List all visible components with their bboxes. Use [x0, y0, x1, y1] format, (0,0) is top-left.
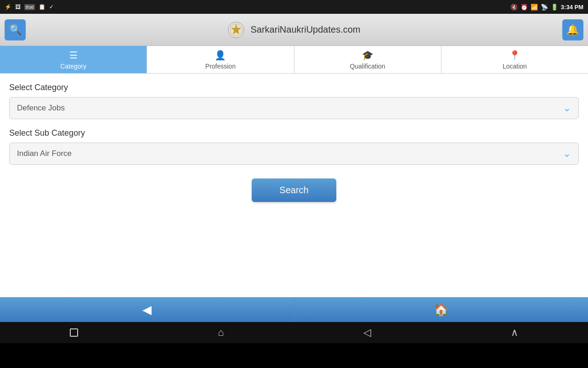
category-dropdown[interactable]: Defence Jobs ⌄ — [9, 97, 579, 119]
tab-qualification[interactable]: 🎓 Qualification — [294, 46, 441, 73]
android-home-icon: ⌂ — [218, 327, 224, 339]
android-home-button[interactable]: ⌂ — [218, 327, 224, 339]
header-search-button[interactable]: 🔍 — [5, 19, 26, 40]
true-badge: true — [24, 4, 35, 10]
alarm-icon: ⏰ — [520, 4, 528, 11]
sub-category-dropdown[interactable]: Indian Air Force ⌄ — [9, 143, 579, 165]
category-dropdown-value: Defence Jobs — [17, 104, 563, 113]
tab-qualification-label: Qualification — [350, 63, 385, 70]
search-button[interactable]: Search — [252, 178, 336, 202]
status-right-icons: 🔇 ⏰ 📶 📡 🔋 3:34 PM — [510, 4, 583, 11]
select-category-label: Select Category — [9, 83, 579, 92]
home-icon: 🏠 — [434, 303, 448, 317]
android-recent-button[interactable] — [70, 328, 78, 337]
svg-point-3 — [235, 30, 237, 33]
category-icon: ☰ — [69, 50, 78, 61]
check-icon: ✓ — [49, 4, 54, 10]
status-bar: ⚡ 🖼 true 📋 ✓ 🔇 ⏰ 📶 📡 🔋 3:34 PM — [0, 0, 588, 14]
category-chevron-icon: ⌄ — [563, 102, 571, 114]
battery-icon: 🔋 — [551, 4, 558, 11]
tab-profession-label: Profession — [205, 63, 236, 70]
recent-icon — [70, 328, 78, 337]
time-display: 3:34 PM — [561, 4, 583, 11]
android-back-icon: ◁ — [363, 327, 371, 339]
mute-icon: 🔇 — [510, 4, 518, 11]
home-button[interactable]: 🏠 — [294, 297, 588, 322]
image-icon: 🖼 — [15, 4, 21, 10]
back-icon: ◀ — [142, 303, 152, 317]
search-btn-container: Search — [9, 178, 579, 202]
bottom-nav: ◀ 🏠 — [0, 297, 588, 322]
status-left-icons: ⚡ 🖼 true 📋 ✓ — [5, 4, 54, 10]
back-button[interactable]: ◀ — [0, 297, 294, 322]
tab-location[interactable]: 📍 Location — [441, 46, 588, 73]
tab-profession[interactable]: 👤 Profession — [147, 46, 294, 73]
android-nav-bar: ⌂ ◁ ∧ — [0, 322, 588, 343]
wifi-icon: 📶 — [531, 4, 538, 11]
header-title: SarkariNaukriUpdates.com — [228, 22, 361, 38]
header: 🔍 SarkariNaukriUpdates.com 🔔 — [0, 14, 588, 46]
notification-button[interactable]: 🔔 — [562, 19, 583, 40]
location-icon: 📍 — [509, 50, 520, 61]
brand-name: SarkariNaukriUpdates.com — [251, 24, 361, 35]
signal-icon: 📡 — [541, 4, 548, 11]
clip-icon: 📋 — [39, 4, 45, 10]
tab-category-label: Category — [60, 63, 86, 70]
usb-icon: ⚡ — [5, 4, 11, 10]
profession-icon: 👤 — [215, 50, 226, 61]
tab-category[interactable]: ☰ Category — [0, 46, 147, 73]
sub-category-chevron-icon: ⌄ — [563, 148, 571, 160]
android-up-icon: ∧ — [511, 327, 518, 339]
qualification-icon: 🎓 — [362, 50, 373, 61]
sub-category-dropdown-value: Indian Air Force — [17, 149, 563, 158]
select-sub-category-label: Select Sub Category — [9, 128, 579, 138]
search-icon: 🔍 — [9, 24, 22, 36]
android-up-button[interactable]: ∧ — [511, 327, 518, 339]
app-container: 🔍 SarkariNaukriUpdates.com 🔔 ☰ Category … — [0, 14, 588, 322]
emblem-icon — [228, 22, 244, 38]
tab-location-label: Location — [503, 63, 527, 70]
content-area: Select Category Defence Jobs ⌄ Select Su… — [0, 74, 588, 297]
android-back-button[interactable]: ◁ — [363, 327, 371, 339]
tab-bar: ☰ Category 👤 Profession 🎓 Qualification … — [0, 46, 588, 74]
notification-icon: 🔔 — [566, 24, 579, 36]
